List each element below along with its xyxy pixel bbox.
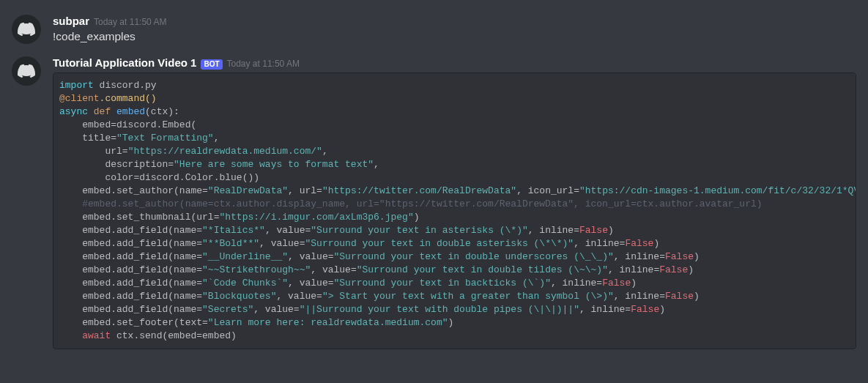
code-block[interactable]: import discord.py @client.command() asyn… (53, 72, 856, 349)
avatar-bot[interactable] (12, 56, 41, 86)
timestamp: Today at 11:50 AM (227, 59, 300, 69)
username[interactable]: subpar (53, 15, 89, 27)
message-content: Tutorial Application Video 1 BOT Today a… (53, 56, 856, 349)
avatar-user[interactable] (12, 15, 41, 44)
message-user: subpar Today at 11:50 AM !code_examples (12, 12, 856, 48)
message-content: subpar Today at 11:50 AM !code_examples (53, 15, 856, 45)
username[interactable]: Tutorial Application Video 1 (53, 56, 196, 69)
timestamp: Today at 11:50 AM (94, 17, 166, 27)
message-text: !code_examples (53, 29, 856, 45)
message-header: subpar Today at 11:50 AM (53, 15, 856, 27)
discord-icon (18, 62, 35, 80)
bot-tag: BOT (201, 59, 222, 70)
message-header: Tutorial Application Video 1 BOT Today a… (53, 56, 856, 70)
message-bot: Tutorial Application Video 1 BOT Today a… (12, 53, 856, 352)
discord-icon (18, 21, 35, 38)
